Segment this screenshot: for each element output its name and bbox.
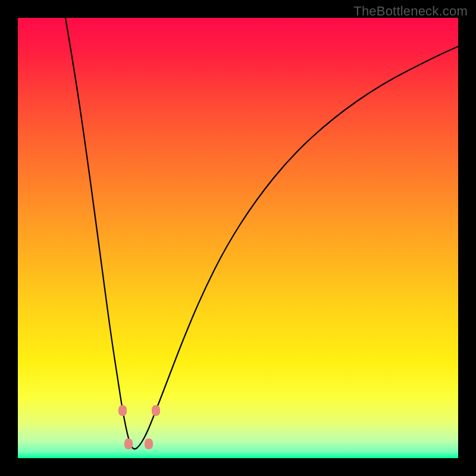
curve-marker — [118, 405, 127, 416]
bottleneck-curve — [18, 18, 458, 458]
watermark-text: TheBottleneck.com — [353, 4, 468, 19]
curve-marker — [124, 439, 133, 449]
chart-frame — [18, 18, 458, 458]
curve-marker — [152, 405, 160, 416]
curve-marker — [145, 439, 153, 449]
